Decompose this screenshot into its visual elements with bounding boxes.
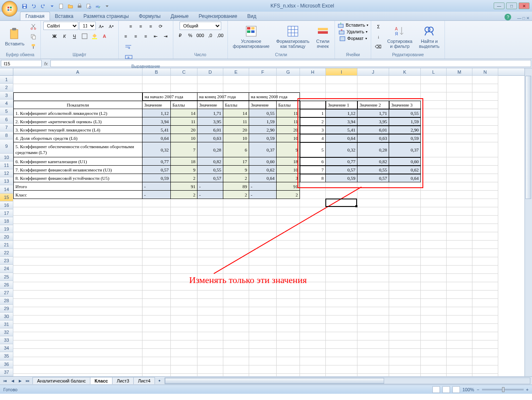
qat-print[interactable] [76, 2, 83, 10]
cell-K11[interactable]: 0,62 [389, 166, 421, 174]
cell-G4[interactable]: Баллы [277, 101, 300, 109]
col-header-K[interactable]: K [389, 68, 421, 76]
cell-F8[interactable]: 0,59 [249, 134, 277, 142]
page-break-view-button[interactable] [452, 386, 460, 393]
qat-undo[interactable] [30, 2, 37, 10]
fx-icon[interactable]: fx [44, 61, 48, 66]
cell-H9[interactable]: 5 [300, 142, 326, 157]
minimize-button[interactable]: — [494, 2, 505, 9]
cell-G11[interactable]: 10 [277, 166, 300, 174]
fill-button[interactable]: ↓ [374, 32, 383, 41]
col-header-C[interactable]: C [171, 68, 197, 76]
row-header-36[interactable]: 36 [0, 360, 13, 368]
cell-A12[interactable]: 8. Коэффициент финансовой устойчивости (… [13, 174, 142, 182]
row-header-34[interactable]: 34 [0, 344, 13, 352]
row-header-16[interactable]: 16 [0, 201, 13, 209]
cell-D9[interactable]: 0,28 [197, 142, 223, 157]
ribbon-tab-6[interactable]: Вид [242, 12, 261, 20]
number-format-select[interactable]: Общий [180, 22, 221, 30]
sheet-nav-next[interactable]: ▶ [17, 378, 23, 384]
underline-button[interactable]: Ч [70, 32, 79, 41]
cell-I11[interactable]: 0,57 [326, 166, 357, 174]
row-header-11[interactable]: 11 [0, 161, 13, 169]
cell-D5[interactable]: 1,71 [197, 109, 223, 117]
cell-A5[interactable]: 1. Коэффициент абсолютной ликвидности (L… [13, 109, 142, 117]
cell-H6[interactable]: 2 [300, 117, 326, 126]
font-size-select[interactable]: 11 [79, 22, 96, 30]
row-header-4[interactable]: 4 [0, 99, 13, 107]
cell-H10[interactable]: 6 [300, 157, 326, 166]
row-header-9[interactable]: 9 [0, 139, 13, 154]
cell-D3[interactable]: на конец 2007 года [197, 92, 249, 101]
italic-button[interactable]: К [60, 32, 69, 41]
horizontal-scrollbar[interactable] [165, 378, 530, 384]
cell-E9[interactable]: 6 [223, 142, 249, 157]
comma-button[interactable]: 000 [196, 31, 205, 40]
merge-button[interactable]: a [123, 52, 135, 62]
col-header-I[interactable]: I [326, 68, 357, 76]
cell-H5[interactable]: 1 [300, 109, 326, 117]
qat-save[interactable] [21, 2, 28, 10]
cell-I5[interactable]: 1,12 [326, 109, 357, 117]
cell-F4[interactable]: Значение [249, 101, 277, 109]
cell-J8[interactable]: 0,63 [357, 134, 389, 142]
format-as-table-button[interactable]: Форматировать как таблицу [274, 23, 312, 50]
copy-button[interactable] [29, 32, 38, 41]
cell-C6[interactable]: 11 [171, 117, 197, 126]
ribbon-tab-4[interactable]: Данные [165, 12, 193, 20]
sort-filter-button[interactable]: АЯ Сортировка и фильтр [385, 23, 415, 50]
close-button[interactable]: ✕ [519, 2, 530, 9]
zoom-out-button[interactable]: − [477, 387, 479, 392]
cell-B5[interactable]: 1,12 [142, 109, 171, 117]
cell-D10[interactable]: 0,82 [197, 157, 223, 166]
col-header-A[interactable]: A [13, 68, 142, 76]
delete-cells-button[interactable]: Удалить [346, 28, 365, 35]
normal-view-button[interactable] [432, 386, 440, 393]
row-header-37[interactable]: 37 [0, 368, 13, 376]
ribbon-tab-1[interactable]: Вставка [50, 12, 79, 20]
cell-J11[interactable]: 0,55 [357, 166, 389, 174]
cell-K6[interactable]: 1,59 [389, 117, 421, 126]
cell-D6[interactable]: 3,95 [197, 117, 223, 126]
cell-H12[interactable]: 8 [300, 174, 326, 182]
cell-I4[interactable]: Значение 1 [326, 101, 357, 109]
cell-E4[interactable]: Баллы [223, 101, 249, 109]
maximize-button[interactable]: □ [506, 2, 517, 9]
row-header-19[interactable]: 19 [0, 225, 13, 233]
row-header-32[interactable]: 32 [0, 328, 13, 336]
cell-K8[interactable]: 0,59 [389, 134, 421, 142]
row-header-27[interactable]: 27 [0, 289, 13, 297]
cell-G10[interactable]: 18 [277, 157, 300, 166]
page-layout-view-button[interactable] [442, 386, 450, 393]
cell-A4[interactable]: Показатели [13, 101, 142, 109]
cell-B11[interactable]: 0,57 [142, 166, 171, 174]
find-select-button[interactable]: Найти и выделить [417, 23, 442, 50]
help-button[interactable]: ? [505, 14, 511, 20]
cell-C13[interactable]: 91 [171, 182, 197, 191]
col-header-J[interactable]: J [357, 68, 389, 76]
increase-decimal-button[interactable]: ,0 [206, 31, 215, 40]
col-header-F[interactable]: F [249, 68, 277, 76]
row-header-28[interactable]: 28 [0, 297, 13, 305]
cell-H7[interactable]: 3 [300, 126, 326, 134]
font-name-select[interactable]: Calibri [43, 22, 78, 30]
cell-C5[interactable]: 14 [171, 109, 197, 117]
new-sheet-button[interactable]: ✦ [156, 378, 163, 384]
row-header-25[interactable]: 25 [0, 273, 13, 281]
orientation-button[interactable]: ⟳ [156, 22, 165, 31]
cell-I12[interactable]: 0,59 [326, 174, 357, 182]
cell-J4[interactable]: Значение 2 [357, 101, 389, 109]
ribbon-tab-3[interactable]: Формулы [134, 12, 165, 20]
cell-G12[interactable]: 3 [277, 174, 300, 182]
row-header-13[interactable]: 13 [0, 177, 13, 185]
cell-E14[interactable]: 2 [223, 191, 249, 199]
sheet-nav-first[interactable]: ⏮ [2, 378, 8, 384]
row-header-5[interactable]: 5 [0, 107, 13, 115]
row-header-33[interactable]: 33 [0, 336, 13, 344]
cell-H4[interactable] [300, 101, 326, 109]
cell-F3[interactable]: на конец 2008 года [249, 92, 300, 101]
qat-more[interactable] [103, 2, 111, 10]
insert-cells-button[interactable]: Вставить [345, 22, 366, 28]
cell-D8[interactable]: 0,63 [197, 134, 223, 142]
cell-I8[interactable]: 0,64 [326, 134, 357, 142]
